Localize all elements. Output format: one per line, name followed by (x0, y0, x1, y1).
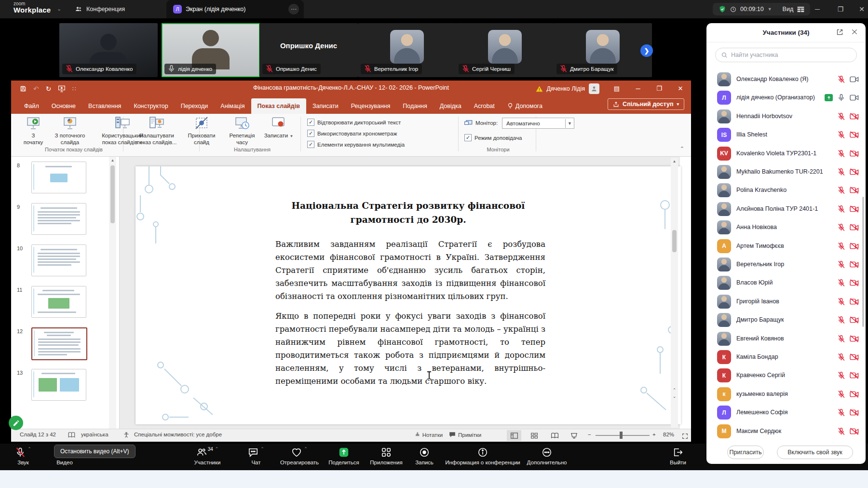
account-avatar[interactable] (589, 83, 599, 94)
participant-row[interactable]: ККравченко Сергій (706, 366, 866, 385)
participant-row[interactable]: Дмитро Баращук (706, 311, 866, 329)
ppt-tab-6[interactable]: Показ слайдів (251, 98, 306, 114)
ppt-tab-10[interactable]: Довідка (434, 98, 468, 114)
participant-row[interactable]: Алєйнова Поліна ТУР 2401-1 (706, 200, 866, 218)
video-tile[interactable]: лідія дяченко (162, 23, 260, 77)
start-slideshow-icon[interactable] (58, 85, 66, 92)
video-tile[interactable]: Опришко ДенисОпришко Денис (259, 23, 358, 77)
share-access-button[interactable]: Спільний доступ ▾ (608, 98, 684, 110)
toolbar-participants-button[interactable]: 34⌃Участники (186, 446, 229, 465)
ppt-tab-11[interactable]: Acrobat (468, 98, 501, 114)
toolbar-record-button[interactable]: Запись (403, 446, 446, 465)
scrollbar-thumb[interactable] (672, 230, 677, 252)
reading-view-button[interactable] (547, 430, 562, 441)
toolbar-more-button[interactable]: Дополнительно (525, 446, 569, 465)
chevron-up-icon[interactable]: ⌃ (304, 447, 308, 451)
toolbar-heart-button[interactable]: ⌃Отреагировать (278, 446, 321, 465)
ribbon-button-5[interactable]: Репетиціячасу (223, 116, 261, 146)
participant-row[interactable]: Григорій Іванов (706, 293, 866, 311)
comments-button[interactable]: Примітки (449, 432, 481, 438)
scroll-up-icon[interactable]: ▲ (671, 158, 678, 165)
ppt-tab-8[interactable]: Рецензування (345, 98, 396, 114)
window-minimize-button[interactable]: ─ (810, 3, 825, 15)
ppt-tab-9[interactable]: Подання (396, 98, 433, 114)
monitor-select-arrow-icon[interactable]: ▼ (565, 119, 574, 128)
participant-search-input[interactable]: Найти участника (715, 48, 857, 62)
chevron-up-icon[interactable]: ⌃ (260, 447, 264, 451)
ribbon-button-0[interactable]: Зпочатку (18, 116, 49, 146)
customize-qat-icon[interactable]: ⸬ (72, 86, 76, 92)
participant-row[interactable]: ММаксим Сердюк (706, 422, 866, 441)
view-button[interactable]: Вид (783, 6, 794, 13)
slide-thumbnail-12[interactable]: 12 (11, 325, 120, 367)
ribbon-button-1[interactable]: З поточногослайда (48, 116, 92, 146)
ppt-tab-1[interactable]: Основне (45, 98, 82, 114)
ppt-close-button[interactable]: ✕ (670, 81, 691, 96)
window-restore-button[interactable]: ❐ (833, 3, 848, 15)
slide-thumbnail-13[interactable]: 13 (11, 367, 120, 408)
toolbar-apps-button[interactable]: Приложения (365, 446, 408, 465)
save-icon[interactable] (20, 85, 27, 92)
checkbox-narration[interactable]: ✓Відтворювати дикторський текст (307, 119, 401, 126)
tab-more-icon[interactable]: ⋯ (288, 4, 299, 14)
zoom-slider[interactable] (596, 435, 650, 436)
ppt-tab-7[interactable]: Записати (306, 98, 345, 114)
participant-row[interactable]: ЛЛемешенко Софія (706, 404, 866, 422)
zoom-in-button[interactable]: + (652, 432, 656, 437)
unmute-button[interactable]: Включить свой звук (777, 446, 853, 459)
slide-thumbnail-11[interactable]: 11 (11, 284, 120, 325)
toolbar-mic-muted-button[interactable]: ⌃Звук (1, 446, 45, 465)
checkbox-media-controls[interactable]: ✓Елементи керування мультимедіа (307, 141, 405, 148)
participant-row[interactable]: ISIllia Shelest (706, 126, 866, 144)
slide-sorter-view-button[interactable] (527, 430, 542, 441)
language-indicator[interactable]: українська (81, 432, 108, 437)
zoom-out-button[interactable]: − (588, 432, 591, 437)
ppt-tab-4[interactable]: Переходи (175, 98, 215, 114)
participant-row[interactable]: Олександр Коваленко (Я) (706, 70, 866, 89)
slide-nav-buttons[interactable]: ⌃⌄ (671, 387, 678, 400)
ppt-tab-3[interactable]: Конструктор (127, 98, 174, 114)
ppt-restore-button[interactable]: ❐ (649, 81, 670, 96)
participant-row[interactable]: AАртем Тимофєєв (706, 237, 866, 256)
ribbon-button-4[interactable]: Приховатислайд (181, 116, 222, 146)
toolbar-chat-button[interactable]: ⌃Чат (234, 446, 278, 465)
participants-scrollbar[interactable] (862, 197, 864, 327)
fit-to-window-icon[interactable] (678, 431, 692, 441)
monitor-select[interactable]: Автоматично ▼ (502, 118, 574, 129)
video-tile[interactable]: Веретельник Ігор (358, 23, 456, 77)
undo-icon[interactable]: ↶ (33, 85, 39, 93)
participant-row[interactable]: Власов Юрій (706, 274, 866, 292)
invite-button[interactable]: Пригласить (727, 446, 764, 459)
ppt-tab-5[interactable]: Анімація (214, 98, 251, 114)
timer-chevron-icon[interactable]: ▼ (768, 7, 772, 12)
participant-row[interactable]: Hennadii Horbovtsov (706, 108, 866, 126)
video-tile[interactable]: Сергій Черниш (456, 23, 554, 77)
slideshow-view-button[interactable] (567, 430, 581, 441)
window-close-button[interactable]: ✕ (854, 3, 868, 15)
redo-icon[interactable]: ↻ (46, 85, 52, 93)
participant-row[interactable]: Анна Новікова (706, 218, 866, 237)
chevron-up-icon[interactable]: ⌃ (215, 447, 219, 451)
notes-button[interactable]: ≜Нотатки (415, 432, 443, 438)
tab-conference[interactable]: Конференция (75, 0, 125, 18)
ribbon-button-6[interactable]: Записати ▼ (262, 116, 296, 139)
checkbox-presenter-view[interactable]: ✓Режим доповідача (464, 134, 522, 141)
next-gallery-page-button[interactable]: ❯ (640, 44, 653, 57)
zoom-level[interactable]: 82% (663, 432, 674, 437)
panel-close-icon[interactable] (851, 28, 858, 35)
participant-row[interactable]: KVKovalenko Violeta ТУР2301-1 (706, 145, 866, 163)
ppt-tab-2[interactable]: Вставлення (82, 98, 127, 114)
slide-thumbnail-9[interactable]: 9 (11, 201, 120, 243)
workspace-chevron-icon[interactable]: ⌄ (57, 6, 61, 12)
video-tile[interactable]: Дмитро Баращук (554, 23, 652, 77)
chevron-up-icon[interactable]: ⌃ (27, 447, 31, 451)
slide-thumbnail-10[interactable]: 10 (11, 243, 120, 284)
participant-row[interactable]: Ллідія дяченко (Организатор) (706, 89, 866, 107)
annotation-pencil-button[interactable] (9, 416, 23, 430)
participant-row[interactable]: Mykhailo Bakumenko TUR-2201 (706, 163, 866, 181)
ppt-tab-12[interactable]: Допомога (501, 98, 549, 114)
collapse-ribbon-icon[interactable]: ⌃ (680, 146, 684, 152)
participant-row[interactable]: ккузьменко валерія (706, 385, 866, 404)
account-name[interactable]: Дяченко Лідія (547, 85, 585, 92)
view-grid-icon[interactable] (797, 6, 804, 13)
